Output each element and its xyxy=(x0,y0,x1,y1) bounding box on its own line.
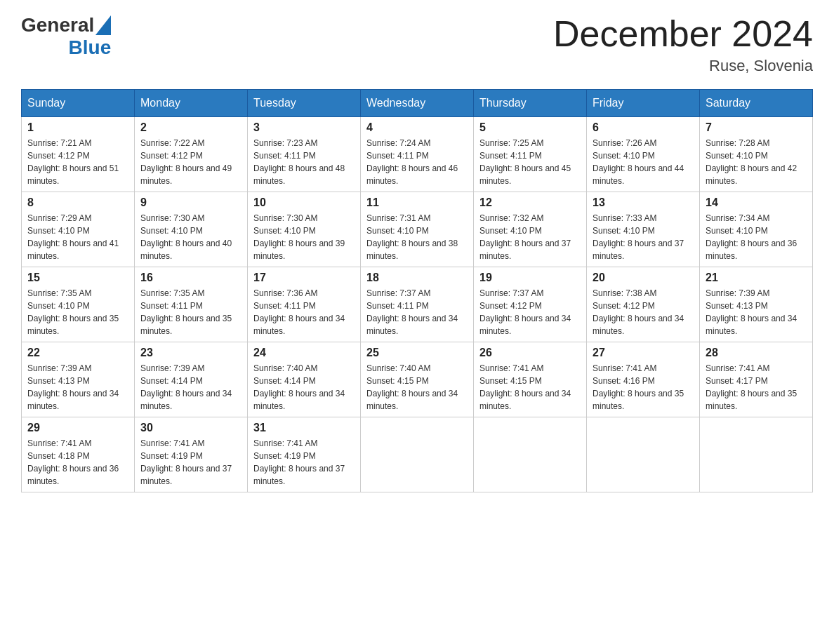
svg-marker-0 xyxy=(95,15,111,35)
calendar-cell: 13Sunrise: 7:33 AMSunset: 4:10 PMDayligh… xyxy=(587,192,700,267)
calendar-cell: 16Sunrise: 7:35 AMSunset: 4:11 PMDayligh… xyxy=(135,267,248,342)
calendar-cell: 26Sunrise: 7:41 AMSunset: 4:15 PMDayligh… xyxy=(474,342,587,417)
day-number: 2 xyxy=(140,121,241,134)
calendar-cell: 17Sunrise: 7:36 AMSunset: 4:11 PMDayligh… xyxy=(248,267,361,342)
day-number: 14 xyxy=(706,196,807,209)
calendar-cell: 21Sunrise: 7:39 AMSunset: 4:13 PMDayligh… xyxy=(700,267,813,342)
day-info: Sunrise: 7:41 AMSunset: 4:17 PMDaylight:… xyxy=(706,362,807,412)
day-info: Sunrise: 7:41 AMSunset: 4:19 PMDaylight:… xyxy=(140,437,241,488)
day-info: Sunrise: 7:41 AMSunset: 4:16 PMDaylight:… xyxy=(593,362,694,412)
day-info: Sunrise: 7:40 AMSunset: 4:14 PMDaylight:… xyxy=(253,362,355,412)
calendar-cell: 31Sunrise: 7:41 AMSunset: 4:19 PMDayligh… xyxy=(248,417,361,492)
weekday-header-saturday: Saturday xyxy=(700,90,813,117)
calendar-cell: 3Sunrise: 7:23 AMSunset: 4:11 PMDaylight… xyxy=(248,117,361,192)
day-info: Sunrise: 7:30 AMSunset: 4:10 PMDaylight:… xyxy=(140,212,241,262)
calendar-cell: 1Sunrise: 7:21 AMSunset: 4:12 PMDaylight… xyxy=(22,117,135,192)
day-number: 19 xyxy=(479,271,581,284)
day-info: Sunrise: 7:34 AMSunset: 4:10 PMDaylight:… xyxy=(706,212,807,262)
day-info: Sunrise: 7:36 AMSunset: 4:11 PMDaylight:… xyxy=(253,287,355,337)
calendar-week-row: 22Sunrise: 7:39 AMSunset: 4:13 PMDayligh… xyxy=(22,342,813,417)
calendar-cell: 23Sunrise: 7:39 AMSunset: 4:14 PMDayligh… xyxy=(135,342,248,417)
weekday-header-tuesday: Tuesday xyxy=(248,90,361,117)
day-number: 3 xyxy=(253,121,355,134)
logo-general-text: General xyxy=(21,14,94,36)
calendar-header: SundayMondayTuesdayWednesdayThursdayFrid… xyxy=(22,90,813,117)
calendar-cell: 20Sunrise: 7:38 AMSunset: 4:12 PMDayligh… xyxy=(587,267,700,342)
calendar-cell: 18Sunrise: 7:37 AMSunset: 4:11 PMDayligh… xyxy=(361,267,474,342)
calendar-cell: 10Sunrise: 7:30 AMSunset: 4:10 PMDayligh… xyxy=(248,192,361,267)
day-info: Sunrise: 7:41 AMSunset: 4:15 PMDaylight:… xyxy=(479,362,581,412)
day-info: Sunrise: 7:28 AMSunset: 4:10 PMDaylight:… xyxy=(706,137,807,187)
weekday-header-monday: Monday xyxy=(135,90,248,117)
day-number: 24 xyxy=(253,347,355,359)
day-number: 20 xyxy=(593,271,694,284)
day-number: 11 xyxy=(366,196,468,209)
day-info: Sunrise: 7:30 AMSunset: 4:10 PMDaylight:… xyxy=(253,212,355,262)
calendar-cell xyxy=(361,417,474,492)
day-info: Sunrise: 7:39 AMSunset: 4:13 PMDaylight:… xyxy=(706,287,807,337)
day-number: 18 xyxy=(366,271,468,284)
day-number: 22 xyxy=(27,347,128,359)
calendar-cell: 25Sunrise: 7:40 AMSunset: 4:15 PMDayligh… xyxy=(361,342,474,417)
day-info: Sunrise: 7:33 AMSunset: 4:10 PMDaylight:… xyxy=(593,212,694,262)
calendar-cell: 6Sunrise: 7:26 AMSunset: 4:10 PMDaylight… xyxy=(587,117,700,192)
page-header: General Blue December 2024 Ruse, Sloveni… xyxy=(21,14,813,75)
day-number: 28 xyxy=(706,347,807,359)
month-title: December 2024 xyxy=(553,14,813,54)
calendar-cell: 24Sunrise: 7:40 AMSunset: 4:14 PMDayligh… xyxy=(248,342,361,417)
weekday-header-row: SundayMondayTuesdayWednesdayThursdayFrid… xyxy=(22,90,813,117)
calendar-cell: 8Sunrise: 7:29 AMSunset: 4:10 PMDaylight… xyxy=(22,192,135,267)
calendar-table: SundayMondayTuesdayWednesdayThursdayFrid… xyxy=(21,89,813,492)
calendar-week-row: 15Sunrise: 7:35 AMSunset: 4:10 PMDayligh… xyxy=(22,267,813,342)
day-number: 13 xyxy=(593,196,694,209)
day-info: Sunrise: 7:37 AMSunset: 4:11 PMDaylight:… xyxy=(366,287,468,337)
day-number: 6 xyxy=(593,121,694,134)
calendar-cell: 9Sunrise: 7:30 AMSunset: 4:10 PMDaylight… xyxy=(135,192,248,267)
day-number: 26 xyxy=(479,347,581,359)
day-info: Sunrise: 7:26 AMSunset: 4:10 PMDaylight:… xyxy=(593,137,694,187)
logo-triangle-icon xyxy=(95,15,111,35)
calendar-cell xyxy=(700,417,813,492)
day-number: 9 xyxy=(140,196,241,209)
day-number: 30 xyxy=(140,422,241,434)
calendar-cell: 7Sunrise: 7:28 AMSunset: 4:10 PMDaylight… xyxy=(700,117,813,192)
calendar-cell: 4Sunrise: 7:24 AMSunset: 4:11 PMDaylight… xyxy=(361,117,474,192)
calendar-cell: 12Sunrise: 7:32 AMSunset: 4:10 PMDayligh… xyxy=(474,192,587,267)
day-number: 21 xyxy=(706,271,807,284)
day-info: Sunrise: 7:40 AMSunset: 4:15 PMDaylight:… xyxy=(366,362,468,412)
calendar-cell: 2Sunrise: 7:22 AMSunset: 4:12 PMDaylight… xyxy=(135,117,248,192)
calendar-week-row: 29Sunrise: 7:41 AMSunset: 4:18 PMDayligh… xyxy=(22,417,813,492)
location-title: Ruse, Slovenia xyxy=(553,57,813,75)
day-info: Sunrise: 7:22 AMSunset: 4:12 PMDaylight:… xyxy=(140,137,241,187)
title-area: December 2024 Ruse, Slovenia xyxy=(553,14,813,75)
day-info: Sunrise: 7:23 AMSunset: 4:11 PMDaylight:… xyxy=(253,137,355,187)
calendar-cell: 30Sunrise: 7:41 AMSunset: 4:19 PMDayligh… xyxy=(135,417,248,492)
day-number: 15 xyxy=(27,271,128,284)
day-number: 12 xyxy=(479,196,581,209)
day-info: Sunrise: 7:39 AMSunset: 4:13 PMDaylight:… xyxy=(27,362,128,412)
day-info: Sunrise: 7:35 AMSunset: 4:11 PMDaylight:… xyxy=(140,287,241,337)
day-number: 17 xyxy=(253,271,355,284)
day-info: Sunrise: 7:38 AMSunset: 4:12 PMDaylight:… xyxy=(593,287,694,337)
day-number: 10 xyxy=(253,196,355,209)
day-info: Sunrise: 7:39 AMSunset: 4:14 PMDaylight:… xyxy=(140,362,241,412)
calendar-cell: 5Sunrise: 7:25 AMSunset: 4:11 PMDaylight… xyxy=(474,117,587,192)
weekday-header-thursday: Thursday xyxy=(474,90,587,117)
weekday-header-friday: Friday xyxy=(587,90,700,117)
calendar-week-row: 8Sunrise: 7:29 AMSunset: 4:10 PMDaylight… xyxy=(22,192,813,267)
calendar-body: 1Sunrise: 7:21 AMSunset: 4:12 PMDaylight… xyxy=(22,117,813,492)
calendar-cell: 28Sunrise: 7:41 AMSunset: 4:17 PMDayligh… xyxy=(700,342,813,417)
calendar-cell: 22Sunrise: 7:39 AMSunset: 4:13 PMDayligh… xyxy=(22,342,135,417)
day-info: Sunrise: 7:37 AMSunset: 4:12 PMDaylight:… xyxy=(479,287,581,337)
calendar-cell xyxy=(474,417,587,492)
day-number: 16 xyxy=(140,271,241,284)
calendar-cell xyxy=(587,417,700,492)
day-info: Sunrise: 7:25 AMSunset: 4:11 PMDaylight:… xyxy=(479,137,581,187)
day-number: 8 xyxy=(27,196,128,209)
calendar-cell: 11Sunrise: 7:31 AMSunset: 4:10 PMDayligh… xyxy=(361,192,474,267)
day-number: 7 xyxy=(706,121,807,134)
day-number: 27 xyxy=(593,347,694,359)
day-number: 1 xyxy=(27,121,128,134)
day-info: Sunrise: 7:35 AMSunset: 4:10 PMDaylight:… xyxy=(27,287,128,337)
calendar-cell: 14Sunrise: 7:34 AMSunset: 4:10 PMDayligh… xyxy=(700,192,813,267)
